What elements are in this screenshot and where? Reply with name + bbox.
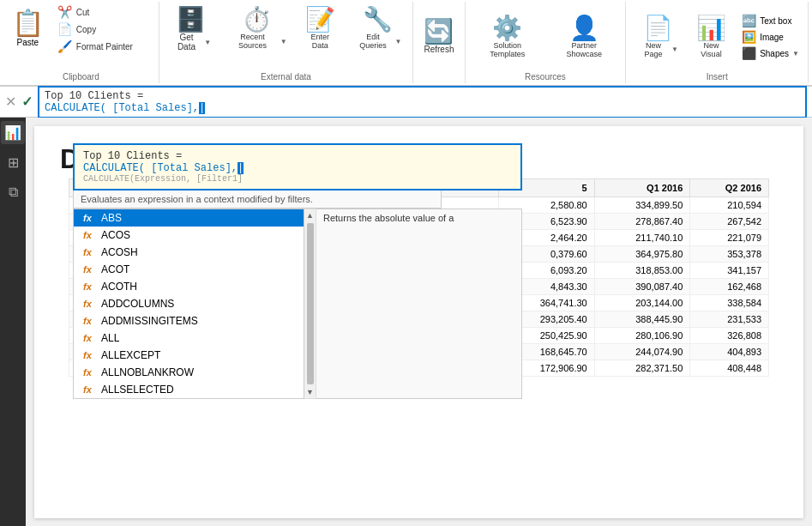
enter-data-button[interactable]: 📝 Enter Data: [297, 3, 344, 54]
fx-icon-addmissingitems: fx: [79, 316, 96, 326]
cut-icon: ✂️: [57, 6, 73, 18]
autocomplete-item-allselected[interactable]: fx ALLSELECTED: [74, 381, 304, 398]
partner-showcase-icon: 👤: [569, 16, 599, 40]
autocomplete-item-allnoblankrow-label: ALLNOBLANKROW: [101, 366, 194, 378]
ribbon-content: 📋 Paste ✂️ Cut 📄 Copy 🖌️ Format Painter: [0, 0, 812, 86]
paste-button[interactable]: 📋 Paste: [6, 3, 50, 55]
fx-icon-addcolumns: fx: [79, 299, 96, 309]
nav-chart-icon[interactable]: 📊: [1, 121, 25, 144]
edit-queries-label: Edit Queries▼: [353, 33, 402, 50]
autocomplete-item-acos-label: ACOS: [101, 229, 130, 241]
autocomplete-item-acoth[interactable]: fx ACOTH: [74, 278, 304, 295]
cell-q2-2016: 326,808: [690, 328, 769, 344]
solution-templates-button[interactable]: ⚙️ Solution Templates: [471, 3, 545, 70]
new-visual-button[interactable]: 📊 New Visual: [688, 3, 735, 70]
formula-cursor-display: |: [238, 162, 244, 174]
image-button[interactable]: 🖼️ Image: [738, 29, 803, 45]
nav-pages-icon[interactable]: ⧉: [5, 181, 21, 203]
cell-q2-2016: 210,594: [690, 197, 769, 214]
autocomplete-item-acot-label: ACOT: [101, 263, 129, 275]
enter-data-label: Enter Data: [303, 33, 338, 50]
formula-cancel-button[interactable]: ✕: [5, 94, 16, 110]
format-painter-icon: 🖌️: [57, 40, 73, 52]
fx-icon-acos: fx: [79, 230, 96, 240]
autocomplete-item-allnoblankrow[interactable]: fx ALLNOBLANKROW: [74, 364, 304, 381]
col-q1-2016: Q1 2016: [594, 179, 690, 197]
fx-icon-allexcept: fx: [79, 350, 96, 360]
autocomplete-item-acosh[interactable]: fx ACOSH: [74, 244, 304, 261]
fx-icon-acoth: fx: [79, 281, 96, 292]
fx-icon-allselected: fx: [79, 384, 96, 395]
formula-display-line3: CALCULATE(Expression, [Filter1]: [83, 174, 512, 184]
cell-q1-2016: 280,106.90: [594, 328, 690, 344]
get-data-button[interactable]: 🗄️ Get Data▼: [165, 3, 218, 56]
partner-showcase-label: Partner Showcase: [554, 41, 614, 58]
get-data-label: Get Data▼: [171, 33, 212, 51]
autocomplete-item-all-label: ALL: [101, 332, 119, 344]
autocomplete-item-addmissingitems[interactable]: fx ADDMISSINGITEMS: [74, 312, 304, 330]
text-box-icon: 🔤: [742, 14, 756, 27]
formula-input[interactable]: Top 10 Clients = CALCULATE( [Total Sales…: [38, 86, 807, 118]
scroll-down-button[interactable]: ▼: [304, 386, 316, 398]
cut-label: Cut: [76, 8, 90, 17]
autocomplete-item-abs[interactable]: fx ABS: [74, 209, 304, 227]
edit-queries-icon: 🔧: [363, 8, 393, 32]
formula-line2: CALCULATE( [Total Sales],|: [45, 102, 800, 114]
insert-group-label: Insert: [707, 70, 728, 82]
partner-showcase-button[interactable]: 👤 Partner Showcase: [548, 3, 620, 70]
shapes-label: Shapes: [760, 49, 789, 58]
cell-q1-2016-avon: 388,445.90: [594, 311, 690, 328]
refresh-button[interactable]: 🔄 Refresh: [418, 3, 460, 70]
shapes-button[interactable]: ⬛ Shapes ▼: [738, 45, 803, 61]
new-visual-icon: 📊: [696, 16, 726, 40]
formula-display-box: Top 10 Clients = CALCULATE( [Total Sales…: [73, 143, 522, 190]
cell-q1-2016: 318,853.00: [594, 263, 690, 279]
cut-button[interactable]: ✂️ Cut: [53, 3, 156, 21]
recent-sources-arrow: ▼: [280, 38, 287, 45]
ribbon: 📋 Paste ✂️ Cut 📄 Copy 🖌️ Format Painter: [0, 0, 812, 87]
autocomplete-item-acos[interactable]: fx ACOS: [74, 227, 304, 244]
format-painter-label: Format Painter: [76, 42, 133, 51]
shapes-arrow: ▼: [792, 50, 799, 57]
cell-q2-2016: 404,893: [690, 344, 769, 360]
cell-q1-2016: 282,371.50: [594, 360, 690, 377]
text-box-button[interactable]: 🔤 Text box: [738, 13, 803, 28]
cell-q2-2016: 408,448: [690, 360, 769, 377]
formula-display-line2: CALCULATE( [Total Sales],|: [83, 162, 512, 174]
recent-sources-button[interactable]: ⏱️ Recent Sources▼: [220, 3, 292, 54]
description-text: Returns the absolute value of a: [323, 213, 454, 223]
get-data-arrow: ▼: [204, 39, 211, 46]
fx-icon-all: fx: [79, 333, 96, 343]
cell-q2-2016: 353,378: [690, 246, 769, 263]
autocomplete-item-abs-label: ABS: [101, 212, 122, 224]
new-page-arrow: ▼: [671, 45, 678, 53]
copy-button[interactable]: 📄 Copy: [53, 21, 156, 38]
autocomplete-item-addcolumns[interactable]: fx ADDCOLUMNS: [74, 295, 304, 312]
copy-label: Copy: [76, 25, 96, 34]
scroll-up-button[interactable]: ▲: [304, 209, 316, 221]
cell-q1-2016: 203,144.00: [594, 295, 690, 311]
autocomplete-item-addcolumns-label: ADDCOLUMNS: [101, 298, 174, 310]
formula-hint: Evaluates an expression in a context mod…: [73, 190, 442, 209]
new-page-icon: 📄: [643, 16, 673, 40]
col-q2-2016: Q2 2016: [690, 179, 769, 197]
format-painter-button[interactable]: 🖌️ Format Painter: [53, 38, 156, 55]
autocomplete-scrollbar: ▲ ▼: [304, 209, 316, 399]
solution-templates-label: Solution Templates: [477, 41, 539, 58]
small-buttons: ✂️ Cut 📄 Copy 🖌️ Format Painter: [53, 3, 156, 55]
autocomplete-item-allselected-label: ALLSELECTED: [101, 384, 174, 396]
autocomplete-item-addmissingitems-label: ADDMISSINGITEMS: [101, 315, 198, 327]
recent-sources-icon: ⏱️: [242, 8, 272, 32]
autocomplete-item-acot[interactable]: fx ACOT: [74, 261, 304, 278]
cell-q1-2016: 211,740.10: [594, 230, 690, 246]
nav-table-icon[interactable]: ⊞: [4, 151, 22, 174]
formula-bar: ✕ ✓ Top 10 Clients = CALCULATE( [Total S…: [0, 87, 812, 118]
cell-q1-2016: 334,899.50: [594, 197, 690, 214]
autocomplete-item-all[interactable]: fx ALL: [74, 330, 304, 347]
new-page-button[interactable]: 📄 New Page▼: [631, 3, 683, 70]
autocomplete-item-allexcept[interactable]: fx ALLEXCEPT: [74, 347, 304, 364]
image-icon: 🖼️: [742, 30, 756, 44]
formula-accept-button[interactable]: ✓: [21, 94, 33, 110]
refresh-group-label: [438, 70, 441, 82]
edit-queries-button[interactable]: 🔧 Edit Queries▼: [347, 3, 408, 54]
